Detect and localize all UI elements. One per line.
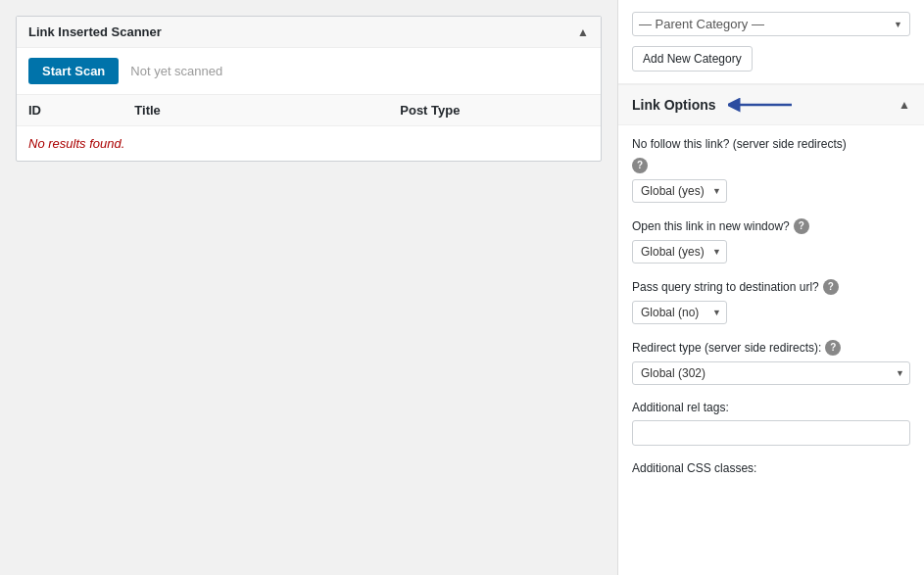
link-options-section: Link Options ▲ [618,84,924,503]
rel-tags-input[interactable] [632,420,910,446]
nofollow-option-group: No follow this link? (server side redire… [632,137,910,203]
redirect-type-select-wrapper: Global (302) Global (301) 301 302 307 [632,361,910,385]
link-options-collapse-icon[interactable]: ▲ [899,98,910,112]
link-options-title-group: Link Options [632,95,797,115]
start-scan-button[interactable]: Start Scan [28,58,119,84]
nofollow-help-icon[interactable]: ? [632,158,648,173]
scanner-table: ID Title Post Type No results found. [17,94,601,161]
new-window-option-group: Open this link in new window? ? Global (… [632,218,910,264]
left-panel: Link Inserted Scanner ▲ Start Scan Not y… [0,0,617,575]
add-new-category-button[interactable]: Add New Category [632,46,753,72]
pass-query-help-icon[interactable]: ? [823,279,839,295]
pass-query-select-wrapper: Global (no) Global (yes) Yes No [632,301,727,324]
right-panel: — Parent Category — Add New Category Lin… [617,0,924,575]
scanner-header: Link Inserted Scanner ▲ [17,17,601,48]
col-header-posttype: Post Type [388,95,601,126]
scan-status-text: Not yet scanned [130,64,222,78]
pass-query-label: Pass query string to destination url? ? [632,279,910,295]
scanner-collapse-icon[interactable]: ▲ [577,25,589,39]
col-header-title: Title [122,95,388,126]
col-header-id: ID [17,95,122,126]
parent-category-select-wrapper: — Parent Category — [632,12,910,36]
css-classes-label: Additional CSS classes: [632,461,910,475]
redirect-type-label: Redirect type (server side redirects): ? [632,340,910,356]
no-results-text: No results found. [17,126,601,162]
parent-category-select[interactable]: — Parent Category — [632,12,910,36]
redirect-type-help-icon[interactable]: ? [825,340,841,356]
scanner-widget: Link Inserted Scanner ▲ Start Scan Not y… [16,16,602,162]
scanner-title: Link Inserted Scanner [28,24,162,39]
redirect-type-select[interactable]: Global (302) Global (301) 301 302 307 [632,361,910,385]
new-window-select-wrapper: Global (yes) Global (no) Yes No [632,240,727,264]
pass-query-select[interactable]: Global (no) Global (yes) Yes No [632,301,727,324]
rel-tags-option-group: Additional rel tags: [632,401,910,446]
link-options-title-text: Link Options [632,97,716,113]
parent-category-row: — Parent Category — [632,12,910,36]
table-row-empty: No results found. [17,126,601,162]
nofollow-select-wrapper: Global (yes) Global (no) Yes No [632,179,727,203]
new-window-select[interactable]: Global (yes) Global (no) Yes No [632,240,727,264]
new-window-label: Open this link in new window? ? [632,218,910,234]
pass-query-option-group: Pass query string to destination url? ? … [632,279,910,324]
parent-category-section: — Parent Category — Add New Category [618,0,924,84]
blue-arrow-indicator [728,95,797,115]
nofollow-label: No follow this link? (server side redire… [632,137,910,151]
nofollow-select[interactable]: Global (yes) Global (no) Yes No [632,179,727,203]
link-options-header: Link Options ▲ [618,85,924,125]
new-window-help-icon[interactable]: ? [794,218,809,234]
scanner-toolbar: Start Scan Not yet scanned [17,48,601,94]
rel-tags-label: Additional rel tags: [632,401,910,414]
redirect-type-option-group: Redirect type (server side redirects): ?… [632,340,910,385]
link-options-body: No follow this link? (server side redire… [618,125,924,503]
css-classes-option-group: Additional CSS classes: [632,461,910,475]
